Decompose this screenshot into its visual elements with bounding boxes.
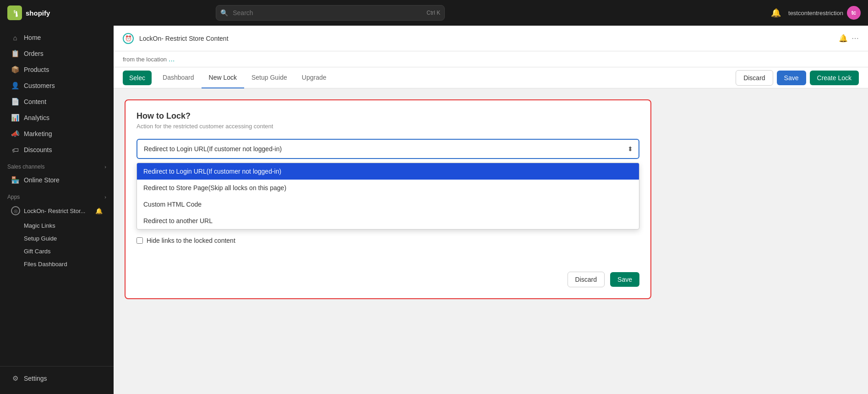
sidebar-item-label: Orders	[24, 50, 44, 57]
notification-bell-button[interactable]: 🔔	[769, 6, 783, 20]
sidebar-item-label: Online Store	[24, 176, 60, 184]
sidebar-sub-setup-guide[interactable]: Setup Guide	[4, 232, 110, 245]
tab-actions: Discard Save Create Lock	[736, 70, 859, 86]
select-wrapper: Redirect to Login URL(If customer not lo…	[136, 139, 639, 159]
lockon-icon: ◎	[11, 206, 20, 215]
user-avatar: tc	[847, 6, 861, 20]
products-icon: 📦	[11, 66, 19, 74]
dropdown-option-3[interactable]: Custom HTML Code	[137, 196, 639, 213]
tab-new-lock[interactable]: New Lock	[202, 67, 244, 88]
sidebar-item-label: Customers	[24, 82, 55, 89]
orders-icon: 📋	[11, 49, 19, 58]
apps-section: Apps ›	[0, 188, 114, 202]
sidebar-item-label: Home	[24, 34, 41, 41]
sidebar-sub-label: Setup Guide	[24, 235, 57, 242]
sidebar-sub-label: Files Dashboard	[24, 261, 67, 268]
top-nav: shopify 🔍 Ctrl K 🔔 testcontentrestrictio…	[0, 0, 868, 26]
hide-links-row: Hide links to the locked content	[136, 237, 639, 244]
sidebar-item-label: Products	[24, 66, 49, 73]
sales-channels-section: Sales channels ›	[0, 158, 114, 172]
sidebar-item-label: Marketing	[24, 130, 52, 137]
brand-name: shopify	[26, 9, 50, 17]
hide-links-label[interactable]: Hide links to the locked content	[147, 237, 235, 244]
content-icon: 📄	[11, 98, 19, 106]
sidebar-item-products[interactable]: 📦 Products	[4, 62, 110, 77]
discard-button[interactable]: Discard	[736, 70, 773, 86]
sidebar-item-content[interactable]: 📄 Content	[4, 94, 110, 109]
discounts-icon: 🏷	[11, 146, 19, 154]
select-button[interactable]: Selec	[123, 71, 152, 85]
search-input[interactable]	[216, 5, 445, 21]
sidebar-item-discounts[interactable]: 🏷 Discounts	[4, 142, 110, 158]
home-icon: ⌂	[11, 33, 19, 42]
sidebar-item-label: Settings	[24, 375, 47, 382]
chevron-right-icon: ›	[104, 194, 106, 200]
search-icon: 🔍	[220, 9, 228, 16]
card-discard-button[interactable]: Discard	[568, 272, 605, 287]
sidebar-item-online-store[interactable]: 🏪 Online Store	[4, 172, 110, 188]
partial-text: from the location	[123, 56, 167, 63]
tab-setup-guide[interactable]: Setup Guide	[244, 67, 295, 88]
partial-row: from the location ...	[114, 51, 868, 67]
create-lock-button[interactable]: Create Lock	[810, 71, 859, 85]
sidebar-item-label: Content	[24, 98, 46, 105]
username-label: testcontentrestriction	[788, 10, 843, 16]
sidebar-bottom: ⚙ Settings	[0, 366, 114, 390]
marketing-icon: 📣	[11, 130, 19, 138]
sidebar-item-orders[interactable]: 📋 Orders	[4, 46, 110, 61]
tab-upgrade[interactable]: Upgrade	[295, 67, 334, 88]
dropdown-option-2[interactable]: Redirect to Store Page(Skip all locks on…	[137, 180, 639, 196]
card-footer: Discard Save	[136, 272, 639, 287]
app-header: ⏰ LockOn- Restrict Store Content 🔔 ⋯	[114, 26, 868, 51]
sidebar-item-analytics[interactable]: 📊 Analytics	[4, 110, 110, 126]
lock-type-select[interactable]: Redirect to Login URL(If customer not lo…	[136, 139, 639, 159]
customers-icon: 👤	[11, 82, 19, 90]
save-button[interactable]: Save	[777, 71, 806, 85]
analytics-icon: 📊	[11, 114, 19, 122]
app-header-right: 🔔 ⋯	[839, 34, 859, 43]
partial-dots: ...	[169, 55, 175, 63]
sidebar-item-label: Discounts	[24, 146, 52, 153]
chevron-right-icon: ›	[104, 164, 106, 170]
main-content: ⏰ LockOn- Restrict Store Content 🔔 ⋯ fro…	[114, 26, 868, 394]
dropdown-option-4[interactable]: Redirect to another URL	[137, 213, 639, 229]
sidebar-sub-label: Magic Links	[24, 222, 55, 229]
user-menu[interactable]: testcontentrestriction tc	[788, 6, 861, 20]
lock-card-subtitle: Action for the restricted customer acces…	[136, 123, 639, 130]
sidebar-sub-gift-cards[interactable]: Gift Cards	[4, 245, 110, 257]
sidebar-sub-label: Gift Cards	[24, 248, 51, 255]
app-bell-icon[interactable]: 🔔	[839, 34, 848, 43]
lockon-app-item[interactable]: ◎ LockOn- Restrict Stor... 🔔	[4, 202, 110, 219]
shopify-logo[interactable]: shopify	[7, 5, 50, 20]
lock-card-title: How to Lock?	[136, 111, 639, 121]
app-header-icon: ⏰	[123, 33, 134, 44]
shopify-logo-icon	[7, 5, 22, 20]
lock-card: How to Lock? Action for the restricted c…	[125, 99, 651, 299]
dropdown-open: Redirect to Login URL(If customer not lo…	[136, 163, 639, 230]
sidebar-item-home[interactable]: ⌂ Home	[4, 30, 110, 45]
nav-right: 🔔 testcontentrestriction tc	[769, 6, 861, 20]
sidebar-item-marketing[interactable]: 📣 Marketing	[4, 126, 110, 142]
lockon-bell-icon: 🔔	[95, 208, 103, 214]
card-save-button[interactable]: Save	[610, 272, 639, 287]
dropdown-option-1[interactable]: Redirect to Login URL(If customer not lo…	[137, 163, 639, 180]
tab-dashboard[interactable]: Dashboard	[155, 67, 202, 88]
sidebar-sub-magic-links[interactable]: Magic Links	[4, 219, 110, 232]
apps-label: Apps	[7, 194, 20, 200]
sales-channels-label: Sales channels	[7, 164, 44, 170]
hide-links-checkbox[interactable]	[136, 237, 143, 244]
search-container: 🔍 Ctrl K	[216, 5, 445, 21]
sidebar-sub-files-dashboard[interactable]: Files Dashboard	[4, 258, 110, 270]
sidebar-item-customers[interactable]: 👤 Customers	[4, 78, 110, 93]
settings-icon: ⚙	[11, 374, 19, 383]
content-area: How to Lock? Action for the restricted c…	[114, 88, 868, 394]
online-store-icon: 🏪	[11, 176, 19, 184]
sidebar-item-settings[interactable]: ⚙ Settings	[4, 371, 110, 386]
app-header-title: LockOn- Restrict Store Content	[139, 35, 229, 42]
tabs-bar: Selec Dashboard New Lock Setup Guide Upg…	[114, 67, 868, 88]
search-shortcut: Ctrl K	[426, 10, 440, 16]
app-more-icon[interactable]: ⋯	[852, 34, 859, 43]
sidebar-nav: ⌂ Home 📋 Orders 📦 Products 👤 Customers 📄…	[0, 29, 114, 366]
sidebar-item-label: Analytics	[24, 114, 49, 121]
sidebar: ⌂ Home 📋 Orders 📦 Products 👤 Customers 📄…	[0, 26, 114, 394]
